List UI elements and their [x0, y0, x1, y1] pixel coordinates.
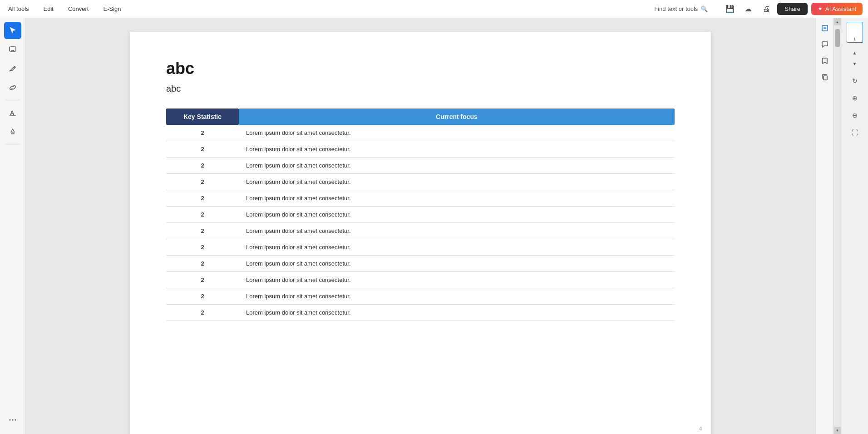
cell-key-7: 2 — [166, 239, 239, 256]
cell-key-3: 2 — [166, 174, 239, 190]
cell-key-6: 2 — [166, 223, 239, 239]
menu-convert[interactable]: Convert — [65, 4, 92, 14]
cell-key-2: 2 — [166, 158, 239, 174]
heading-large: abc — [166, 59, 675, 78]
ai-label: AI Assistant — [825, 5, 856, 12]
left-toolbar: A — [0, 18, 25, 434]
table-row: 2Lorem ipsum dolor sit amet consectetur. — [166, 272, 675, 288]
menu-edit[interactable]: Edit — [41, 4, 56, 14]
menu-bar: All tools Edit Convert E-Sign Find text … — [0, 0, 868, 18]
cell-key-1: 2 — [166, 141, 239, 158]
svg-point-6 — [15, 419, 16, 421]
share-button[interactable]: Share — [777, 3, 808, 15]
table-row: 2Lorem ipsum dolor sit amet consectetur. — [166, 174, 675, 190]
find-text-label: Find text or tools — [654, 5, 698, 12]
table-row: 2Lorem ipsum dolor sit amet consectetur. — [166, 190, 675, 207]
table-row: 2Lorem ipsum dolor sit amet consectetur. — [166, 288, 675, 305]
page-number-bottom: 4 — [699, 426, 702, 431]
divider — [717, 4, 717, 15]
upload-icon-button[interactable]: ☁ — [741, 2, 755, 16]
tool-separator-2 — [5, 144, 20, 144]
svg-rect-3 — [11, 133, 15, 134]
menu-right: Find text or tools 🔍 💾 ☁ 🖨 Share ✦ AI As… — [651, 2, 863, 16]
copy-panel-icon[interactable] — [818, 70, 832, 84]
save-icon-button[interactable]: 💾 — [723, 2, 737, 16]
table-row: 2Lorem ipsum dolor sit amet consectetur. — [166, 223, 675, 239]
page-nav-controls: ▲ ▼ — [850, 48, 859, 68]
col-header-key: Key Statistic — [166, 108, 239, 125]
menu-esign[interactable]: E-Sign — [100, 4, 123, 14]
cell-value-9: Lorem ipsum dolor sit amet consectetur. — [239, 272, 675, 288]
table-body: 2Lorem ipsum dolor sit amet consectetur.… — [166, 125, 675, 321]
cursor-tool[interactable] — [4, 22, 21, 39]
table-row: 2Lorem ipsum dolor sit amet consectetur. — [166, 125, 675, 141]
svg-text:A: A — [10, 109, 15, 116]
text-tool[interactable]: A — [4, 104, 21, 121]
cell-value-10: Lorem ipsum dolor sit amet consectetur. — [239, 288, 675, 305]
heading-small: abc — [166, 84, 675, 94]
table-row: 2Lorem ipsum dolor sit amet consectetur. — [166, 256, 675, 272]
search-icon: 🔍 — [700, 5, 708, 12]
cell-value-3: Lorem ipsum dolor sit amet consectetur. — [239, 174, 675, 190]
comment-tool[interactable] — [4, 41, 21, 58]
menu-all-tools[interactable]: All tools — [5, 4, 32, 14]
scroll-thumb[interactable] — [835, 29, 840, 47]
ai-assistant-button[interactable]: ✦ AI Assistant — [811, 3, 863, 15]
svg-point-4 — [9, 419, 10, 421]
cell-value-4: Lorem ipsum dolor sit amet consectetur. — [239, 190, 675, 207]
cell-key-0: 2 — [166, 125, 239, 141]
find-text-button[interactable]: Find text or tools 🔍 — [651, 4, 711, 14]
page-down-button[interactable]: ▼ — [850, 59, 859, 68]
cell-key-10: 2 — [166, 288, 239, 305]
table-row: 2Lorem ipsum dolor sit amet consectetur. — [166, 141, 675, 158]
cell-value-2: Lorem ipsum dolor sit amet consectetur. — [239, 158, 675, 174]
highlight-tool[interactable] — [4, 123, 21, 140]
print-icon-button[interactable]: 🖨 — [759, 2, 774, 16]
scroll-track[interactable] — [834, 25, 841, 427]
scrollbar[interactable]: ▲ ▼ — [833, 18, 841, 434]
cell-value-1: Lorem ipsum dolor sit amet consectetur. — [239, 141, 675, 158]
table-row: 2Lorem ipsum dolor sit amet consectetur. — [166, 239, 675, 256]
more-tools[interactable] — [4, 411, 21, 429]
svg-rect-7 — [822, 25, 828, 31]
fit-page-icon[interactable]: ⛶ — [848, 125, 862, 140]
table-row: 2Lorem ipsum dolor sit amet consectetur. — [166, 207, 675, 223]
cell-value-5: Lorem ipsum dolor sit amet consectetur. — [239, 207, 675, 223]
zoom-in-icon[interactable]: ⊕ — [848, 91, 862, 105]
cell-value-0: Lorem ipsum dolor sit amet consectetur. — [239, 125, 675, 141]
page-up-button[interactable]: ▲ — [850, 48, 859, 57]
page-thumbnails-panel: 1 ▲ ▼ ↻ ⊕ ⊖ ⛶ — [841, 18, 868, 434]
main-area: A abc abc Key — [0, 18, 868, 434]
table-header-row: Key Statistic Current focus — [166, 108, 675, 125]
zoom-out-icon[interactable]: ⊖ — [848, 108, 862, 123]
table-row: 2Lorem ipsum dolor sit amet consectetur. — [166, 305, 675, 321]
cell-value-7: Lorem ipsum dolor sit amet consectetur. — [239, 239, 675, 256]
pen-tool[interactable] — [4, 60, 21, 77]
cell-key-5: 2 — [166, 207, 239, 223]
page-thumb-1[interactable]: 1 — [847, 22, 863, 43]
cell-value-8: Lorem ipsum dolor sit amet consectetur. — [239, 256, 675, 272]
tool-separator-1 — [5, 100, 20, 100]
annotate-panel-icon[interactable] — [818, 21, 832, 35]
cell-value-11: Lorem ipsum dolor sit amet consectetur. — [239, 305, 675, 321]
ai-icon: ✦ — [818, 5, 823, 12]
scroll-down-button[interactable]: ▼ — [834, 427, 841, 434]
scroll-up-button[interactable]: ▲ — [834, 18, 841, 25]
chat-panel-icon[interactable] — [818, 37, 832, 52]
svg-rect-10 — [824, 76, 827, 80]
page-thumb-1-label: 1 — [853, 37, 856, 41]
right-icons-panel — [815, 18, 833, 434]
cell-key-9: 2 — [166, 272, 239, 288]
cell-key-11: 2 — [166, 305, 239, 321]
svg-point-5 — [12, 419, 13, 421]
data-table: Key Statistic Current focus 2Lorem ipsum… — [166, 108, 675, 321]
cell-key-4: 2 — [166, 190, 239, 207]
refresh-icon[interactable]: ↻ — [848, 74, 862, 88]
document-canvas[interactable]: abc abc Key Statistic Current focus 2Lor… — [25, 18, 815, 434]
link-tool[interactable] — [4, 79, 21, 96]
bookmark-panel-icon[interactable] — [818, 54, 832, 68]
cell-value-6: Lorem ipsum dolor sit amet consectetur. — [239, 223, 675, 239]
cell-key-8: 2 — [166, 256, 239, 272]
document-page: abc abc Key Statistic Current focus 2Lor… — [130, 32, 711, 434]
col-header-focus: Current focus — [239, 108, 675, 125]
